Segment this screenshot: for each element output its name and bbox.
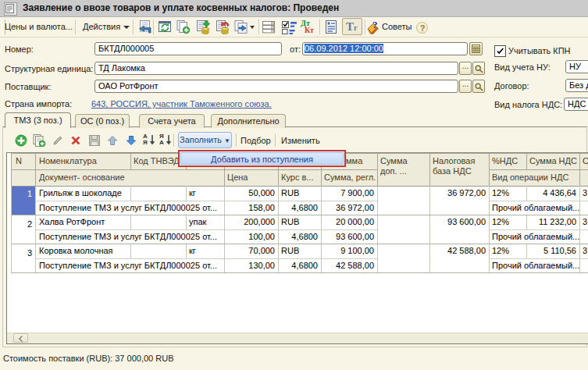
svg-text:?: ? <box>420 23 426 33</box>
svg-text:?: ? <box>372 20 378 30</box>
